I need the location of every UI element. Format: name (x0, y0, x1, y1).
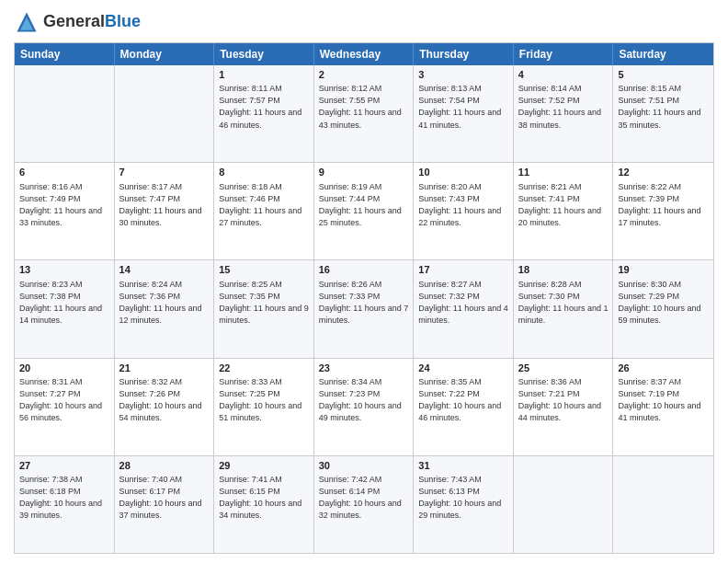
cell-info: Sunrise: 8:15 AMSunset: 7:51 PMDaylight:… (618, 83, 709, 131)
day-number: 12 (618, 166, 709, 179)
day-number: 15 (219, 263, 309, 277)
page: GeneralBlue SundayMondayTuesdayWednesday… (0, 0, 728, 563)
cal-cell: 19Sunrise: 8:30 AMSunset: 7:29 PMDayligh… (613, 260, 713, 357)
cal-week-2: 6Sunrise: 8:16 AMSunset: 7:49 PMDaylight… (15, 162, 713, 259)
cal-header-saturday: Saturday (613, 43, 713, 65)
day-number: 2 (319, 68, 409, 82)
cal-week-1: 1Sunrise: 8:11 AMSunset: 7:57 PMDaylight… (15, 65, 713, 162)
day-number: 9 (319, 166, 409, 179)
day-number: 11 (518, 166, 609, 179)
cal-cell: 25Sunrise: 8:36 AMSunset: 7:21 PMDayligh… (514, 359, 614, 455)
logo-text: GeneralBlue (43, 13, 141, 31)
cell-info: Sunrise: 8:24 AMSunset: 7:36 PMDaylight:… (119, 279, 210, 327)
cal-cell: 4Sunrise: 8:14 AMSunset: 7:52 PMDaylight… (514, 65, 614, 162)
cal-cell: 17Sunrise: 8:27 AMSunset: 7:32 PMDayligh… (414, 260, 514, 357)
day-number: 20 (19, 362, 109, 375)
cal-cell: 28Sunrise: 7:40 AMSunset: 6:17 PMDayligh… (115, 456, 215, 553)
cal-header-thursday: Thursday (414, 43, 514, 65)
cell-info: Sunrise: 8:19 AMSunset: 7:44 PMDaylight:… (319, 181, 409, 229)
day-number: 7 (119, 166, 210, 179)
cell-info: Sunrise: 8:13 AMSunset: 7:54 PMDaylight:… (418, 83, 508, 131)
day-number: 4 (518, 68, 609, 82)
cell-info: Sunrise: 7:41 AMSunset: 6:15 PMDaylight:… (219, 474, 309, 522)
cal-cell: 29Sunrise: 7:41 AMSunset: 6:15 PMDayligh… (214, 456, 314, 553)
day-number: 28 (119, 459, 210, 473)
calendar-body: 1Sunrise: 8:11 AMSunset: 7:57 PMDaylight… (15, 65, 713, 553)
cal-header-friday: Friday (514, 43, 614, 65)
day-number: 29 (219, 459, 309, 473)
cal-header-wednesday: Wednesday (314, 43, 415, 65)
cell-info: Sunrise: 8:16 AMSunset: 7:49 PMDaylight:… (19, 181, 109, 229)
cal-cell (613, 456, 713, 553)
cal-cell (514, 456, 614, 553)
cal-cell: 13Sunrise: 8:23 AMSunset: 7:38 PMDayligh… (15, 260, 115, 357)
cal-cell: 5Sunrise: 8:15 AMSunset: 7:51 PMDaylight… (613, 65, 713, 162)
cal-cell: 18Sunrise: 8:28 AMSunset: 7:30 PMDayligh… (514, 260, 614, 357)
day-number: 10 (418, 166, 508, 179)
cell-info: Sunrise: 8:11 AMSunset: 7:57 PMDaylight:… (219, 83, 309, 131)
cell-info: Sunrise: 8:21 AMSunset: 7:41 PMDaylight:… (518, 181, 609, 229)
logo: GeneralBlue (14, 9, 141, 35)
day-number: 8 (219, 166, 309, 179)
cal-week-4: 20Sunrise: 8:31 AMSunset: 7:27 PMDayligh… (15, 358, 713, 455)
cell-info: Sunrise: 8:35 AMSunset: 7:22 PMDaylight:… (418, 376, 508, 424)
cell-info: Sunrise: 8:17 AMSunset: 7:47 PMDaylight:… (119, 181, 210, 229)
cal-cell: 20Sunrise: 8:31 AMSunset: 7:27 PMDayligh… (15, 359, 115, 455)
logo-icon (14, 9, 40, 35)
cal-cell: 12Sunrise: 8:22 AMSunset: 7:39 PMDayligh… (613, 163, 713, 259)
cal-header-tuesday: Tuesday (214, 43, 314, 65)
cal-week-3: 13Sunrise: 8:23 AMSunset: 7:38 PMDayligh… (15, 259, 713, 357)
cell-info: Sunrise: 7:42 AMSunset: 6:14 PMDaylight:… (319, 474, 409, 522)
cell-info: Sunrise: 8:30 AMSunset: 7:29 PMDaylight:… (618, 279, 709, 327)
cell-info: Sunrise: 8:34 AMSunset: 7:23 PMDaylight:… (319, 376, 409, 424)
cal-week-5: 27Sunrise: 7:38 AMSunset: 6:18 PMDayligh… (15, 455, 713, 553)
day-number: 25 (518, 362, 609, 375)
cell-info: Sunrise: 8:32 AMSunset: 7:26 PMDaylight:… (119, 376, 210, 424)
cal-cell: 14Sunrise: 8:24 AMSunset: 7:36 PMDayligh… (115, 260, 215, 357)
calendar-header-row: SundayMondayTuesdayWednesdayThursdayFrid… (15, 43, 713, 65)
header: GeneralBlue (14, 9, 714, 35)
day-number: 13 (19, 263, 109, 277)
day-number: 16 (319, 263, 409, 277)
cell-info: Sunrise: 8:12 AMSunset: 7:55 PMDaylight:… (319, 83, 409, 131)
cal-cell: 27Sunrise: 7:38 AMSunset: 6:18 PMDayligh… (15, 456, 115, 553)
calendar: SundayMondayTuesdayWednesdayThursdayFrid… (14, 42, 714, 554)
day-number: 18 (518, 263, 609, 277)
cell-info: Sunrise: 8:28 AMSunset: 7:30 PMDaylight:… (518, 279, 609, 327)
day-number: 14 (119, 263, 210, 277)
cal-header-monday: Monday (115, 43, 215, 65)
day-number: 19 (618, 263, 709, 277)
cell-info: Sunrise: 8:27 AMSunset: 7:32 PMDaylight:… (418, 279, 508, 327)
cell-info: Sunrise: 8:33 AMSunset: 7:25 PMDaylight:… (219, 376, 309, 424)
cal-cell: 15Sunrise: 8:25 AMSunset: 7:35 PMDayligh… (214, 260, 314, 357)
cal-cell: 3Sunrise: 8:13 AMSunset: 7:54 PMDaylight… (414, 65, 514, 162)
day-number: 24 (418, 362, 508, 375)
cal-cell: 11Sunrise: 8:21 AMSunset: 7:41 PMDayligh… (514, 163, 614, 259)
cell-info: Sunrise: 8:23 AMSunset: 7:38 PMDaylight:… (19, 279, 109, 327)
day-number: 27 (19, 459, 109, 473)
cell-info: Sunrise: 8:26 AMSunset: 7:33 PMDaylight:… (319, 279, 409, 327)
cal-cell: 2Sunrise: 8:12 AMSunset: 7:55 PMDaylight… (314, 65, 415, 162)
cell-info: Sunrise: 7:43 AMSunset: 6:13 PMDaylight:… (418, 474, 508, 522)
cal-cell (15, 65, 115, 162)
day-number: 22 (219, 362, 309, 375)
day-number: 31 (418, 459, 508, 473)
cal-cell: 16Sunrise: 8:26 AMSunset: 7:33 PMDayligh… (314, 260, 415, 357)
cell-info: Sunrise: 8:31 AMSunset: 7:27 PMDaylight:… (19, 376, 109, 424)
day-number: 26 (618, 362, 709, 375)
cal-cell: 23Sunrise: 8:34 AMSunset: 7:23 PMDayligh… (314, 359, 415, 455)
cal-cell: 22Sunrise: 8:33 AMSunset: 7:25 PMDayligh… (214, 359, 314, 455)
cal-cell: 7Sunrise: 8:17 AMSunset: 7:47 PMDaylight… (115, 163, 215, 259)
cell-info: Sunrise: 8:18 AMSunset: 7:46 PMDaylight:… (219, 181, 309, 229)
logo-blue: Blue (105, 12, 141, 30)
cell-info: Sunrise: 7:40 AMSunset: 6:17 PMDaylight:… (119, 474, 210, 522)
cal-header-sunday: Sunday (15, 43, 115, 65)
day-number: 5 (618, 68, 709, 82)
cal-cell: 9Sunrise: 8:19 AMSunset: 7:44 PMDaylight… (314, 163, 415, 259)
day-number: 23 (319, 362, 409, 375)
cal-cell: 8Sunrise: 8:18 AMSunset: 7:46 PMDaylight… (214, 163, 314, 259)
cell-info: Sunrise: 8:14 AMSunset: 7:52 PMDaylight:… (518, 83, 609, 131)
day-number: 3 (418, 68, 508, 82)
day-number: 17 (418, 263, 508, 277)
cell-info: Sunrise: 8:36 AMSunset: 7:21 PMDaylight:… (518, 376, 609, 424)
